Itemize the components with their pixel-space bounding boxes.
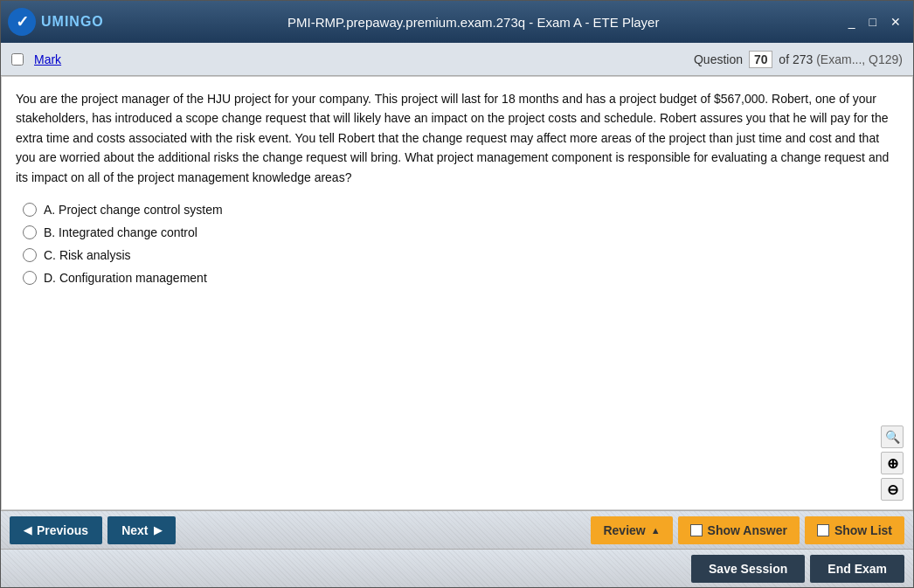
previous-button[interactable]: ◀ Previous [10,516,102,544]
question-text: You are the project manager of the HJU p… [16,89,898,187]
question-area: You are the project manager of the HJU p… [1,76,913,510]
close-button[interactable]: ✕ [885,13,906,31]
main-window: ✓ UMINGO PMI-RMP.prepaway.premium.exam.2… [0,0,914,588]
show-list-button[interactable]: Show List [805,516,904,544]
radio-b[interactable] [23,225,37,239]
show-list-checkbox-icon [817,524,829,536]
end-exam-button[interactable]: End Exam [810,555,904,583]
next-chevron-icon: ▶ [154,524,162,536]
zoom-out-icon: ⊖ [887,481,898,498]
minimize-button[interactable]: _ [843,13,861,31]
zoom-in-button[interactable]: ⊕ [881,452,904,474]
answer-b[interactable]: B. Integrated change control [23,225,898,239]
nav-bar: ◀ Previous Next ▶ Review ▲ Show Answer S… [1,510,913,549]
search-button[interactable]: 🔍 [881,425,904,448]
window-controls: _ □ ✕ [843,13,906,31]
logo-text: UMINGO [41,14,104,30]
toolbar: Mark Question 70 of 273 (Exam..., Q129) [1,43,913,76]
zoom-out-button[interactable]: ⊖ [881,478,904,501]
show-answer-label: Show Answer [708,523,787,537]
answer-d[interactable]: D. Configuration management [23,271,898,285]
answer-c[interactable]: C. Risk analysis [23,248,898,262]
question-info: Question 70 of 273 (Exam..., Q129) [694,51,903,68]
show-answer-checkbox-icon [690,524,703,536]
previous-label: Previous [37,523,88,537]
answer-d-text: D. Configuration management [44,271,207,285]
answer-a-text: A. Project change control system [44,203,223,217]
logo-icon: ✓ [8,8,36,36]
prev-chevron-icon: ◀ [24,524,31,536]
review-button[interactable]: Review ▲ [591,516,672,544]
search-icon: 🔍 [885,430,900,444]
zoom-controls: 🔍 ⊕ ⊖ [881,425,904,501]
of-label: of 273 [779,52,813,66]
show-answer-button[interactable]: Show Answer [678,516,800,544]
answer-b-text: B. Integrated change control [44,225,197,239]
maximize-button[interactable]: □ [864,13,882,31]
radio-a[interactable] [23,203,37,217]
exam-ref: (Exam..., Q129) [816,52,903,66]
next-button[interactable]: Next ▶ [107,516,175,544]
question-label: Question [694,52,743,66]
answers-list: A. Project change control system B. Inte… [23,203,898,285]
review-chevron-icon: ▲ [651,525,661,536]
mark-checkbox[interactable] [11,53,24,66]
action-bar: Save Session End Exam [1,549,913,587]
mark-label[interactable]: Mark [34,52,61,66]
radio-c[interactable] [23,248,37,262]
window-title: PMI-RMP.prepaway.premium.exam.273q - Exa… [104,15,843,30]
save-session-button[interactable]: Save Session [691,555,805,583]
answer-a[interactable]: A. Project change control system [23,203,898,217]
title-bar: ✓ UMINGO PMI-RMP.prepaway.premium.exam.2… [1,1,913,43]
next-label: Next [121,523,148,537]
radio-d[interactable] [23,271,37,285]
answer-c-text: C. Risk analysis [44,248,131,262]
review-label: Review [603,523,645,537]
show-list-label: Show List [834,523,892,537]
question-number: 70 [749,51,773,68]
zoom-in-icon: ⊕ [887,455,898,472]
logo: ✓ UMINGO [8,8,104,36]
